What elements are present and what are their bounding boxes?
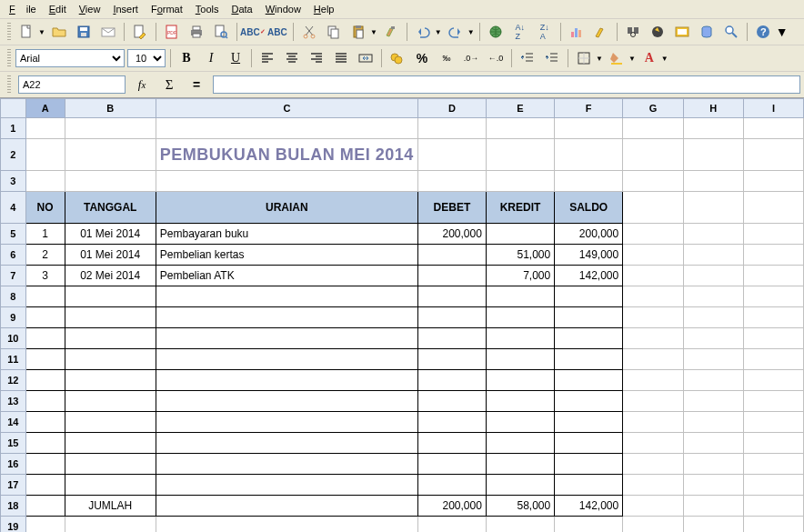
cell-G11[interactable] [623,349,683,370]
cell-C4[interactable]: URAIAN [156,192,417,224]
cell-B8[interactable] [65,286,156,307]
cell-F19[interactable] [555,517,623,533]
cell-A9[interactable] [25,307,65,328]
cell-B12[interactable] [65,370,156,391]
cell-I2[interactable] [744,139,804,171]
menu-help[interactable]: Help [308,2,340,16]
cell-F7[interactable]: 142,000 [555,266,623,286]
cell-E9[interactable] [486,307,554,328]
align-justify-icon[interactable] [330,47,352,69]
cell-G1[interactable] [623,118,683,139]
cell-I6[interactable] [744,245,804,266]
col-header-B[interactable]: B [65,99,156,118]
cell-E6[interactable]: 51,000 [486,245,554,266]
cell-E3[interactable] [486,171,554,192]
cell-D7[interactable] [417,266,486,286]
function-wizard-icon[interactable]: fx [131,74,153,95]
cell-E18[interactable]: 58,000 [486,496,554,517]
cell-E17[interactable] [486,475,554,496]
redo-icon[interactable] [445,21,467,43]
cell-A3[interactable] [25,171,65,192]
cell-F5[interactable]: 200,000 [555,224,623,245]
cell-I12[interactable] [744,370,804,391]
cell-F6[interactable]: 149,000 [555,245,623,266]
row-header-14[interactable]: 14 [1,412,26,433]
row-header-7[interactable]: 7 [1,266,26,286]
cell-C6[interactable]: Pembelian kertas [156,245,417,266]
cell-B16[interactable] [65,454,156,475]
row-header-19[interactable]: 19 [1,517,26,533]
save-icon[interactable] [73,21,95,43]
cell-G15[interactable] [623,433,683,454]
cell-C17[interactable] [156,475,417,496]
cell-B6[interactable]: 01 Mei 2014 [65,245,156,266]
col-header-A[interactable]: A [25,99,65,118]
cell-H13[interactable] [683,391,743,412]
menu-view[interactable]: View [74,2,106,16]
cell-H4[interactable] [683,192,743,224]
cell-C1[interactable] [156,118,417,139]
cell-A10[interactable] [25,328,65,349]
cell-F14[interactable] [555,412,623,433]
col-header-E[interactable]: E [486,99,554,118]
cell-A16[interactable] [25,454,65,475]
cell-D10[interactable] [417,328,486,349]
col-header-I[interactable]: I [744,99,804,118]
cell-B2[interactable] [65,139,156,171]
cell-G13[interactable] [623,391,683,412]
cell-C8[interactable] [156,286,417,307]
cell-A13[interactable] [25,391,65,412]
cell-D3[interactable] [417,171,486,192]
mail-icon[interactable] [97,21,119,43]
cell-C18[interactable] [156,496,417,517]
cell-A8[interactable] [25,286,65,307]
cell-I13[interactable] [744,391,804,412]
cell-C7[interactable]: Pembelian ATK [156,266,417,286]
row-header-10[interactable]: 10 [1,328,26,349]
cell-D19[interactable] [417,517,486,533]
cell-A15[interactable] [25,433,65,454]
cell-E4[interactable]: KREDIT [486,192,554,224]
cell-F18[interactable]: 142,000 [555,496,623,517]
row-header-18[interactable]: 18 [1,496,26,517]
toolbar-grip[interactable] [7,49,11,67]
col-header-F[interactable]: F [555,99,623,118]
cell-B4[interactable]: TANGGAL [65,192,156,224]
cell-B19[interactable] [65,517,156,533]
cell-C16[interactable] [156,454,417,475]
cell-F4[interactable]: SALDO [555,192,623,224]
cell-D9[interactable] [417,307,486,328]
toolbar-grip[interactable] [7,23,11,41]
cell-B17[interactable] [65,475,156,496]
delete-decimal-icon[interactable]: ←.0 [485,47,507,69]
cell-I4[interactable] [744,192,804,224]
cell-E13[interactable] [486,391,554,412]
cell-F2[interactable] [555,139,623,171]
row-header-11[interactable]: 11 [1,349,26,370]
cell-B18[interactable]: JUMLAH [65,496,156,517]
cell-G7[interactable] [623,266,683,286]
equals-icon[interactable]: = [186,74,207,95]
align-left-icon[interactable] [256,47,278,69]
row-header-15[interactable]: 15 [1,433,26,454]
format-paintbrush-icon[interactable] [380,21,402,43]
row-header-4[interactable]: 4 [1,192,26,224]
cell-A19[interactable] [25,517,65,533]
cell-E2[interactable] [486,139,554,171]
zoom-icon[interactable] [720,21,742,43]
chart-icon[interactable] [566,21,588,43]
sort-asc-icon[interactable]: A↓Z [509,21,531,43]
sum-icon[interactable]: Σ [158,74,180,95]
fontcolor-icon[interactable]: A [638,47,660,69]
bgcolor-icon[interactable] [606,47,628,69]
cell-H1[interactable] [683,118,743,139]
cell-A7[interactable]: 3 [25,266,65,286]
print-icon[interactable] [186,21,207,43]
decrease-indent-icon[interactable] [517,47,538,69]
cell-D1[interactable] [417,118,486,139]
gallery-icon[interactable] [671,21,693,43]
cell-D5[interactable]: 200,000 [417,224,486,245]
menu-tools[interactable]: Tools [190,2,225,16]
row-header-16[interactable]: 16 [1,454,26,475]
open-icon[interactable] [48,21,70,43]
